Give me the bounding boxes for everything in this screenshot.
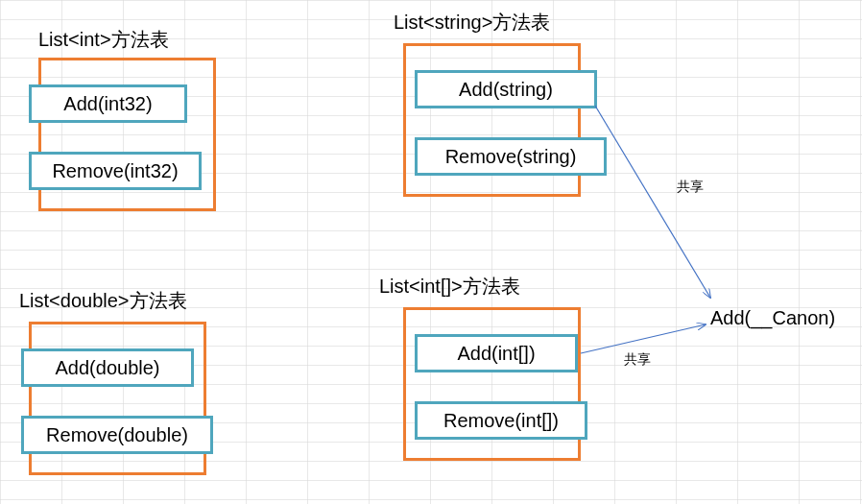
title-list-string: List<string>方法表 bbox=[394, 10, 550, 36]
method-remove-int: Remove(int32) bbox=[29, 152, 202, 190]
canon-target: Add(__Canon) bbox=[710, 307, 835, 329]
share-label-1: 共享 bbox=[677, 179, 704, 196]
method-remove-double: Remove(double) bbox=[21, 416, 213, 454]
share-label-2: 共享 bbox=[624, 351, 651, 369]
title-list-intarr: List<int[]>方法表 bbox=[379, 274, 520, 300]
method-add-int: Add(int32) bbox=[29, 84, 187, 123]
title-list-double: List<double>方法表 bbox=[19, 288, 187, 314]
method-remove-intarr: Remove(int[]) bbox=[415, 401, 587, 440]
method-add-string: Add(string) bbox=[415, 70, 597, 108]
method-add-intarr: Add(int[]) bbox=[415, 334, 578, 372]
title-list-int: List<int>方法表 bbox=[38, 27, 169, 53]
method-add-double: Add(double) bbox=[21, 348, 194, 387]
method-remove-string: Remove(string) bbox=[415, 137, 607, 176]
